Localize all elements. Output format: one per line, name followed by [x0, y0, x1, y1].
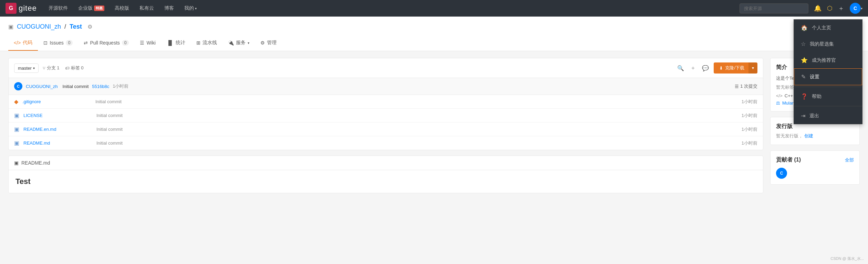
file-name-readme-en[interactable]: README.en.md — [23, 127, 92, 132]
repo-slash: / — [64, 23, 66, 30]
file-browser: master ▾ ⑂ 分支 1 🏷 标签 0 — [8, 58, 763, 150]
user-dropdown-menu: 🏠 个人主页 ☆ 我的星选集 ⭐ 成为推荐官 ✎ 设置 ❓ — [794, 19, 862, 124]
tab-services[interactable]: 🔌 服务 ▾ — [223, 36, 255, 51]
avatar[interactable]: C — [850, 3, 861, 14]
avatar-arrow-icon[interactable]: ▾ — [861, 7, 862, 10]
issues-badge: 0 — [66, 40, 73, 46]
nav-icons: 🔔 ⬡ ＋ C ▾ 🏠 个人主页 ☆ 我的星选集 ⭐ 成为推荐官 — [814, 3, 862, 14]
clone-button[interactable]: ⬇ 克隆/下载 — [714, 62, 750, 74]
readme-title: Test — [16, 177, 756, 186]
commit-message: Initial commit — [62, 84, 89, 89]
readme-body: Test — [9, 170, 763, 193]
nav-blog[interactable]: 博客 — [159, 0, 179, 17]
readme-en-icon: ▣ — [14, 126, 19, 133]
tag-count[interactable]: 🏷 标签 0 — [65, 65, 84, 71]
dropdown-logout[interactable]: ⇥ 退出 — [794, 108, 862, 124]
tag-icon: 🏷 — [65, 66, 70, 71]
home-icon: 🏠 — [801, 25, 808, 31]
release-create-link[interactable]: 创建 — [804, 133, 813, 138]
nav-mine[interactable]: 我的 ▾ — [179, 0, 202, 17]
branch-arrow-icon: ▾ — [33, 66, 35, 70]
tab-wiki[interactable]: ☰ Wiki — [134, 36, 161, 50]
branch-count[interactable]: ⑂ 分支 1 — [43, 65, 60, 71]
search-file-icon[interactable]: 🔍 — [676, 63, 685, 73]
commit-count-icon: ☰ — [735, 84, 739, 89]
nav-private-cloud[interactable]: 私有云 — [135, 0, 159, 17]
dropdown-profile[interactable]: 🏠 个人主页 — [794, 20, 862, 36]
release-empty: 暂无发行版， 创建 — [776, 133, 854, 139]
branch-icon: ⑂ — [43, 66, 45, 71]
tab-pullrequests[interactable]: ⇄ Pull Requests 0 — [78, 36, 134, 50]
clone-icon: ⬇ — [719, 66, 723, 71]
branch-meta: ⑂ 分支 1 🏷 标签 0 — [43, 65, 84, 71]
file-time-readme-en: 1小时前 — [742, 126, 757, 133]
file-name-gitignore[interactable]: .gitignore — [22, 99, 91, 104]
contrib-header: 贡献者 (1) 全部 — [776, 156, 854, 164]
readme-file-icon: ▣ — [14, 160, 19, 166]
pr-icon: ⇄ — [84, 40, 88, 46]
commit-author[interactable]: CUOGUONI_zh — [26, 84, 58, 89]
repo-owner[interactable]: CUOGUONI_zh — [17, 23, 61, 30]
repo-type-icon: ▣ — [8, 23, 13, 30]
branch-selector[interactable]: master ▾ — [14, 63, 39, 73]
comment-icon[interactable]: 💬 — [701, 63, 710, 73]
add-file-icon[interactable]: ＋ — [689, 63, 697, 73]
commit-hash[interactable]: 5516b8c — [92, 84, 109, 89]
settings-icon: ✎ — [801, 74, 806, 80]
file-name-readme[interactable]: README.md — [23, 140, 92, 146]
notification-icon[interactable]: 🔔 — [814, 4, 822, 12]
tab-issues[interactable]: ⊡ Issues 0 — [38, 36, 78, 50]
contrib-section: 贡献者 (1) 全部 C — [770, 150, 860, 185]
dropdown-divider-2 — [794, 106, 862, 106]
code-lang-icon: </> — [776, 93, 783, 98]
services-arrow-icon: ▾ — [248, 41, 249, 45]
dropdown-settings[interactable]: ✎ 设置 — [794, 68, 862, 85]
nav-enterprise[interactable]: 企业版 特惠 — [73, 0, 109, 17]
file-browser-actions: 🔍 ＋ 💬 ⬇ 克隆/下载 ▾ — [676, 62, 757, 74]
dropdown-recommend[interactable]: ⭐ 成为推荐官 — [794, 52, 862, 68]
pr-badge: 0 — [122, 40, 129, 46]
wiki-icon: ☰ — [140, 40, 144, 46]
tab-manage[interactable]: ⚙ 管理 — [255, 36, 282, 51]
stats-icon: ▐▌ — [167, 40, 174, 46]
logo[interactable]: G gitee — [6, 3, 37, 14]
help-icon: ❓ — [801, 93, 808, 100]
dropdown-starred[interactable]: ☆ 我的星选集 — [794, 36, 862, 52]
commit-time: 1小时前 — [113, 83, 128, 89]
top-nav: G gitee 开源软件 企业版 特惠 高校版 私有云 博客 我的 ▾ 🔔 ⬡ … — [0, 0, 868, 17]
tab-pipeline[interactable]: ⊞ 流水线 — [191, 36, 223, 51]
logo-text: gitee — [19, 4, 37, 13]
file-name-license[interactable]: LICENSE — [23, 113, 92, 118]
tab-stats[interactable]: ▐▌ 统计 — [161, 36, 191, 51]
nav-college[interactable]: 高校版 — [110, 0, 134, 17]
enterprise-badge: 特惠 — [94, 6, 104, 11]
points-icon[interactable]: ⬡ — [827, 4, 833, 12]
commit-count[interactable]: ☰ 1 次提交 — [735, 83, 757, 89]
file-row: ▣ README.en.md Initial commit 1小时前 — [9, 123, 763, 136]
file-row: ◆ .gitignore Initial commit 1小时前 — [9, 95, 763, 109]
contrib-title: 贡献者 (1) — [776, 156, 801, 164]
nav-open-source[interactable]: 开源软件 — [44, 0, 73, 17]
tab-code[interactable]: </> 代码 — [8, 36, 38, 51]
file-commit-readme: Initial commit — [96, 140, 737, 146]
contrib-avatar[interactable]: C — [776, 168, 787, 179]
repo-settings-icon[interactable]: ⚙ — [87, 23, 92, 30]
star-icon: ☆ — [801, 41, 806, 47]
contrib-all-link[interactable]: 全部 — [845, 157, 854, 163]
readme-header: ▣ README.md — [9, 156, 763, 170]
pipeline-icon: ⊞ — [196, 40, 200, 46]
logo-icon: G — [6, 3, 17, 14]
dropdown-divider-1 — [794, 87, 862, 87]
repo-title-row: ▣ CUOGUONI_zh / Test ⚙ 👁 Watching ▾ 1 — [8, 22, 860, 31]
repo-name[interactable]: Test — [70, 23, 82, 30]
search-input[interactable] — [740, 3, 808, 13]
add-icon[interactable]: ＋ — [838, 4, 844, 12]
file-time-license: 1小时前 — [742, 113, 757, 119]
clone-dropdown-arrow[interactable]: ▾ — [748, 62, 757, 74]
page-container: ▣ CUOGUONI_zh / Test ⚙ 👁 Watching ▾ 1 </… — [0, 17, 868, 264]
dropdown-help[interactable]: ❓ 帮助 — [794, 88, 862, 105]
repo-tabs: </> 代码 ⊡ Issues 0 ⇄ Pull Requests 0 ☰ Wi… — [8, 36, 860, 51]
file-browser-header: master ▾ ⑂ 分支 1 🏷 标签 0 — [9, 58, 763, 78]
readme-icon: ▣ — [14, 140, 19, 146]
nav-mine-arrow-icon: ▾ — [195, 7, 197, 10]
